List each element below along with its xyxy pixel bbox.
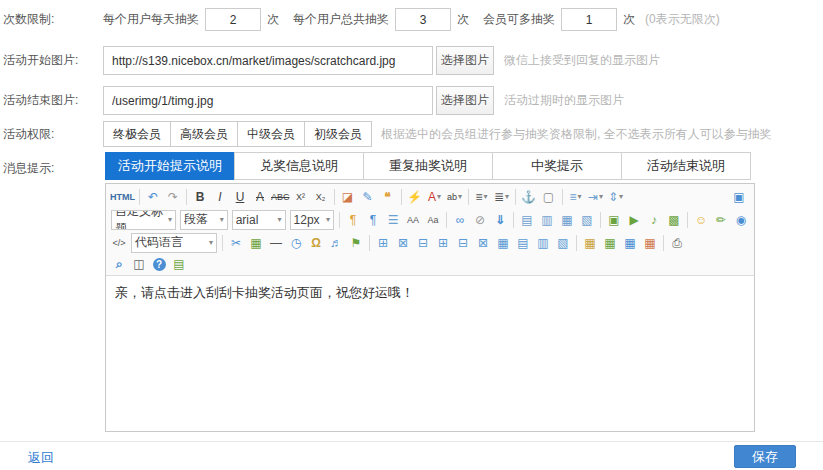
paragraph-format-select[interactable]: 段落▾ — [180, 210, 228, 230]
line-height-icon[interactable]: ⇕▾ — [606, 187, 626, 207]
member-extra-unit: 次 — [623, 11, 635, 28]
superscript-icon[interactable]: X² — [291, 187, 311, 207]
end-image-row: 活动结束图片: 选择图片 活动过期时的显示图片 — [3, 86, 624, 115]
align-center-icon[interactable]: ▥ — [537, 210, 557, 230]
align-left-icon[interactable]: ▤ — [517, 210, 537, 230]
new-page-icon[interactable]: ▢ — [539, 187, 559, 207]
member-option-ultimate[interactable]: 终极会员 — [103, 121, 171, 147]
align-justify-icon[interactable]: ▧ — [577, 210, 597, 230]
split-cells-icon[interactable]: ▤ — [513, 233, 533, 253]
member-option-beginner[interactable]: 初级会员 — [304, 121, 372, 147]
undo-icon[interactable]: ↶ — [143, 187, 163, 207]
hr-icon[interactable]: — — [266, 233, 286, 253]
font-size-select[interactable]: 12px▾ — [290, 210, 334, 230]
custom-title-select[interactable]: 自定义标题▾ — [111, 210, 176, 230]
unordered-list-icon[interactable]: ≣▾ — [492, 187, 512, 207]
member-extra-input[interactable] — [561, 8, 617, 31]
music-icon[interactable]: ♬ — [326, 233, 346, 253]
strikethrough-icon[interactable]: A — [250, 187, 270, 207]
toolbar-separator — [446, 212, 447, 228]
scrawl-icon[interactable]: ✏ — [711, 210, 731, 230]
end-image-pick-button[interactable]: 选择图片 — [436, 86, 494, 115]
italic-icon[interactable]: I — [210, 187, 230, 207]
total-input[interactable] — [395, 8, 451, 31]
insert-frame-icon[interactable]: ▣ — [604, 210, 624, 230]
source-icon[interactable]: HTML — [109, 187, 136, 207]
clock-icon[interactable]: ◷ — [286, 233, 306, 253]
dir-ltr-icon[interactable]: ¶ — [343, 210, 363, 230]
search-replace-icon[interactable]: ⌕ — [109, 254, 129, 274]
word-count-icon[interactable]: ☰ — [383, 210, 403, 230]
quote-icon[interactable]: ❝ — [378, 187, 398, 207]
delete-row-icon[interactable]: ⊟ — [453, 233, 473, 253]
tab-repeat-draw-note[interactable]: 重复抽奖说明 — [363, 152, 493, 180]
table-border-icon[interactable]: ▦ — [620, 233, 640, 253]
start-image-input[interactable] — [103, 46, 433, 75]
format-clear-icon[interactable]: ABC — [270, 187, 291, 207]
preview-icon[interactable]: ▤ — [169, 254, 189, 274]
merge-cells-icon[interactable]: ▦ — [493, 233, 513, 253]
spellcheck-icon[interactable]: ◫ — [129, 254, 149, 274]
anchor-icon[interactable]: ⚓ — [519, 187, 539, 207]
table-sort-icon[interactable]: ▦ — [600, 233, 620, 253]
back-link[interactable]: 返回 — [28, 449, 54, 467]
align-icon[interactable]: ≡▾ — [566, 187, 586, 207]
format-painter-icon[interactable]: ✎ — [358, 187, 378, 207]
map-icon[interactable]: ⚑ — [346, 233, 366, 253]
insert-audio-icon[interactable]: ♪ — [644, 210, 664, 230]
tab-activity-start-note[interactable]: 活动开始提示说明 — [105, 152, 235, 180]
editor-content[interactable]: 亲，请点击进入刮刮卡抽奖活动页面，祝您好运哦！ — [106, 276, 754, 431]
image-icon[interactable]: ▦ — [246, 233, 266, 253]
insert-video-icon[interactable]: ▶ — [624, 210, 644, 230]
insert-code-icon[interactable]: </> — [109, 233, 129, 253]
link-icon[interactable]: ∞ — [450, 210, 470, 230]
bold-icon[interactable]: B — [190, 187, 210, 207]
tab-win-note[interactable]: 中奖提示 — [492, 152, 622, 180]
table-chart-icon[interactable]: ▦ — [640, 233, 660, 253]
highlight-color-icon[interactable]: ab▾ — [445, 187, 465, 207]
uppercase-icon[interactable]: AA — [403, 210, 423, 230]
table-bg-icon[interactable]: ▦ — [580, 233, 600, 253]
download-icon[interactable]: ⇓ — [490, 210, 510, 230]
help-icon[interactable]: ? — [149, 254, 169, 274]
paste-plain-icon[interactable]: ⚡ — [405, 187, 425, 207]
end-image-input[interactable] — [103, 86, 433, 115]
delete-table-icon[interactable]: ⊠ — [393, 233, 413, 253]
fullscreen-icon[interactable]: ▣ — [729, 187, 749, 207]
attachment-icon[interactable]: ◉ — [731, 210, 751, 230]
member-option-intermediate[interactable]: 中级会员 — [237, 121, 305, 147]
toolbar-separator — [186, 189, 187, 205]
align-right-icon[interactable]: ▦ — [557, 210, 577, 230]
spechars-icon[interactable]: Ω — [306, 233, 326, 253]
print-icon[interactable]: ⎙ — [667, 233, 687, 253]
code-language-select[interactable]: 代码语言▾ — [131, 233, 217, 253]
insert-row-icon[interactable]: ⊟ — [413, 233, 433, 253]
tab-activity-end-note[interactable]: 活动结束说明 — [621, 152, 751, 180]
insert-table-icon[interactable]: ⊞ — [373, 233, 393, 253]
lowercase-icon[interactable]: Aa — [423, 210, 443, 230]
font-color-icon[interactable]: A▾ — [425, 187, 445, 207]
save-button[interactable]: 保存 — [734, 445, 796, 468]
tab-redeem-info[interactable]: 兑奖信息说明 — [234, 152, 364, 180]
member-option-premium[interactable]: 高级会员 — [170, 121, 238, 147]
insert-col-icon[interactable]: ⊞ — [433, 233, 453, 253]
emotion-icon[interactable]: ☺ — [691, 210, 711, 230]
toolbar-separator — [334, 189, 335, 205]
background-icon[interactable]: ▩ — [664, 210, 684, 230]
font-family-select[interactable]: arial▾ — [232, 210, 286, 230]
snapscreen-icon[interactable]: ✂ — [226, 233, 246, 253]
indent-icon[interactable]: ⇥▾ — [586, 187, 606, 207]
unlink-icon[interactable]: ⊘ — [470, 210, 490, 230]
subscript-icon[interactable]: X₂ — [311, 187, 331, 207]
eraser-icon[interactable]: ◪ — [338, 187, 358, 207]
message-row: 消息提示: — [3, 160, 103, 177]
per-day-input[interactable] — [205, 8, 261, 31]
cell-align-icon[interactable]: ▧ — [553, 233, 573, 253]
underline-icon[interactable]: U — [230, 187, 250, 207]
dir-rtl-icon[interactable]: ¶ — [363, 210, 383, 230]
delete-col-icon[interactable]: ⊠ — [473, 233, 493, 253]
table-title-icon[interactable]: ▥ — [533, 233, 553, 253]
start-image-pick-button[interactable]: 选择图片 — [436, 46, 494, 75]
ordered-list-icon[interactable]: ≡▾ — [472, 187, 492, 207]
redo-icon[interactable]: ↷ — [163, 187, 183, 207]
